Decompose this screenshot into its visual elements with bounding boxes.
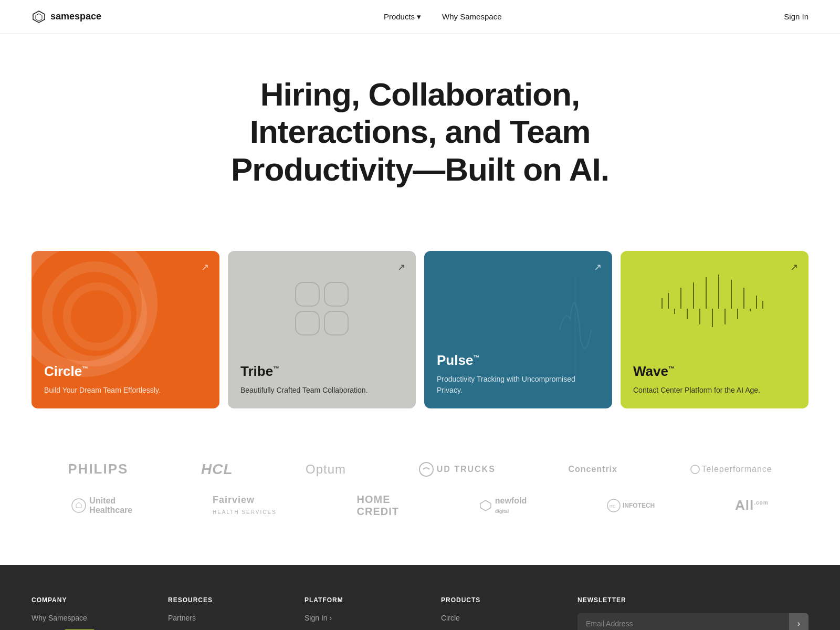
logo-all: All.com: [735, 497, 769, 513]
svg-rect-1: [324, 282, 348, 306]
footer-products: PRODUCTS Circle Tribe Pulse Wave: [441, 596, 556, 630]
footer: COMPANY Why Samespace Careers JOIN US Re…: [0, 565, 840, 630]
card-circle-title: Circle™: [44, 363, 207, 380]
footer-link-circle[interactable]: Circle: [441, 613, 556, 624]
arrow-icon: ↗: [790, 261, 798, 273]
card-circle-desc: Build Your Dream Team Effortlessly.: [44, 385, 207, 396]
circle-deco-3: [63, 282, 131, 351]
logo[interactable]: samespace: [32, 9, 101, 24]
svg-rect-0: [296, 282, 319, 306]
footer-company: COMPANY Why Samespace Careers JOIN US Re…: [32, 596, 147, 630]
nav-why[interactable]: Why Samespace: [442, 12, 501, 21]
card-tribe-title: Tribe™: [240, 363, 403, 380]
logo-hcl: HCL: [201, 461, 233, 478]
logo-homecredit: HOMECREDIT: [357, 494, 399, 518]
logos-row-2: UnitedHealthcare FairviewHEALTH SERVICES…: [32, 494, 808, 518]
hero-section: Hiring, Collaboration, Interactions, and…: [0, 34, 840, 251]
card-pulse-desc: Productivity Tracking with Uncompromised…: [437, 374, 600, 396]
nav-right: Sign In: [784, 12, 808, 22]
card-pulse-title: Pulse™: [437, 352, 600, 369]
card-wave[interactable]: ↗ Wave™ Contact Center Platform for the …: [621, 251, 808, 408]
svg-rect-2: [296, 311, 319, 335]
logo-udtrucks: UD TRUCKS: [419, 462, 496, 477]
logo-itcinfotech: ITC INFOTECH: [607, 499, 655, 512]
logo-fairview: FairviewHEALTH SERVICES: [213, 495, 277, 517]
circle-deco-2: [42, 261, 147, 366]
hero-headline: Hiring, Collaboration, Interactions, and…: [184, 76, 656, 188]
logo-concentrix: Concentrix: [568, 465, 617, 474]
signin-link[interactable]: Sign In: [784, 12, 808, 21]
logos-row-1: PHILIPS HCL Optum UD TRUCKS Concentrix T…: [32, 461, 808, 478]
chevron-down-icon: ▾: [417, 12, 421, 22]
card-wave-title: Wave™: [633, 363, 796, 380]
logo-icon: [32, 9, 46, 24]
svg-text:ITC: ITC: [610, 505, 615, 508]
arrow-icon: ↗: [397, 261, 405, 273]
arrow-icon: ↗: [201, 261, 209, 273]
footer-link-why[interactable]: Why Samespace: [32, 613, 147, 624]
newsletter-form: ›: [578, 613, 808, 630]
logo-philips: PHILIPS: [68, 461, 128, 477]
email-input[interactable]: [578, 613, 789, 630]
footer-resources: RESOURCES Partners Blogs Stories ↗: [168, 596, 284, 630]
footer-link-signin[interactable]: Sign In ›: [304, 613, 420, 624]
card-pulse[interactable]: ↗ Pulse™ Productivity Tracking with Unco…: [424, 251, 612, 408]
tribe-deco: [280, 267, 364, 353]
footer-newsletter: NEWSLETTER ›: [578, 596, 808, 630]
footer-newsletter-heading: NEWSLETTER: [578, 596, 808, 604]
logo-teleperformance: Teleperformance: [690, 465, 772, 474]
circle-deco-1: [32, 251, 158, 377]
svg-marker-24: [480, 500, 491, 511]
svg-point-23: [72, 499, 86, 512]
svg-rect-3: [324, 311, 348, 335]
footer-platform-heading: PLATFORM: [304, 596, 420, 604]
svg-point-22: [691, 465, 699, 474]
arrow-icon: ↗: [594, 261, 602, 273]
navbar: samespace Products ▾ Why Samespace Sign …: [0, 0, 840, 34]
card-tribe[interactable]: ↗ Tribe™ Beautifully Crafted Team Collab…: [228, 251, 416, 408]
nav-links: Products ▾ Why Samespace: [384, 12, 502, 22]
svg-point-21: [419, 463, 433, 476]
wave-deco: [657, 267, 772, 353]
card-tribe-desc: Beautifully Crafted Team Collaboration.: [240, 385, 403, 396]
product-cards: ↗ Circle™ Build Your Dream Team Effortle…: [0, 251, 840, 408]
footer-link-partners[interactable]: Partners: [168, 613, 284, 624]
footer-resources-heading: RESOURCES: [168, 596, 284, 604]
footer-platform: PLATFORM Sign In › Origon AI › Help ›: [304, 596, 420, 630]
card-wave-desc: Contact Center Platform for the AI Age.: [633, 385, 796, 396]
logo-text: samespace: [50, 11, 101, 22]
footer-grid: COMPANY Why Samespace Careers JOIN US Re…: [32, 596, 808, 630]
footer-company-heading: COMPANY: [32, 596, 147, 604]
card-circle[interactable]: ↗ Circle™ Build Your Dream Team Effortle…: [32, 251, 219, 408]
newsletter-submit-button[interactable]: ›: [789, 613, 808, 630]
nav-products[interactable]: Products ▾: [384, 12, 421, 22]
footer-products-heading: PRODUCTS: [441, 596, 556, 604]
logos-section: PHILIPS HCL Optum UD TRUCKS Concentrix T…: [0, 450, 840, 565]
logo-unitedhealthcare: UnitedHealthcare: [71, 496, 132, 515]
logo-newfold: newfolddigital: [479, 496, 527, 515]
logo-optum: Optum: [306, 462, 346, 477]
